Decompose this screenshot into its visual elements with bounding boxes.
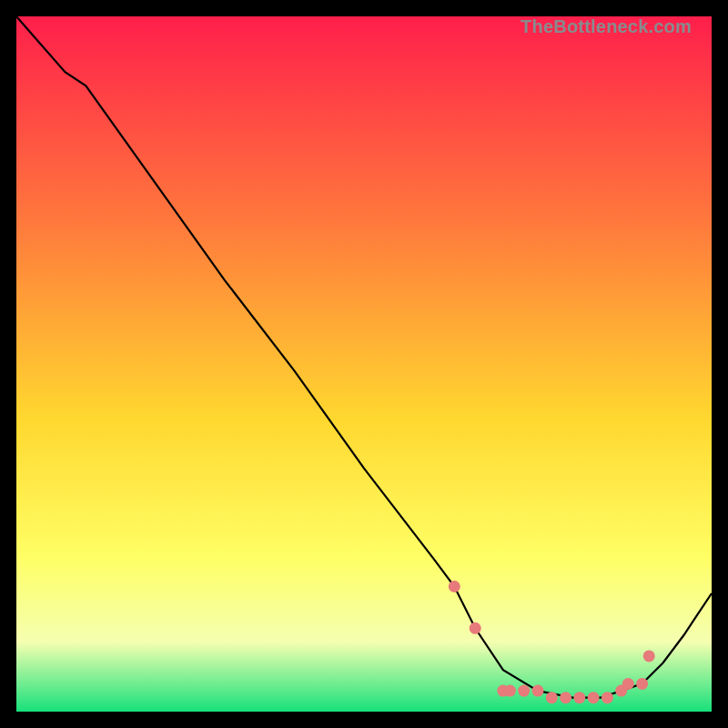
chart-frame: TheBottleneck.com bbox=[16, 16, 712, 712]
highlight-dot bbox=[573, 692, 585, 703]
highlight-dot bbox=[643, 650, 655, 662]
highlight-dot bbox=[470, 622, 481, 634]
highlight-dot bbox=[504, 685, 516, 697]
highlight-dot bbox=[546, 692, 558, 703]
highlight-dot bbox=[532, 685, 544, 697]
chart-plot bbox=[16, 16, 712, 712]
highlight-dot bbox=[636, 678, 648, 690]
highlight-dot bbox=[622, 678, 634, 690]
gradient-background bbox=[16, 16, 712, 712]
highlight-dot bbox=[449, 581, 460, 592]
highlight-dot bbox=[602, 692, 613, 703]
highlight-dot bbox=[560, 692, 571, 703]
watermark-text: TheBottleneck.com bbox=[521, 16, 692, 37]
highlight-dot bbox=[588, 692, 600, 703]
highlight-dot bbox=[518, 685, 530, 697]
